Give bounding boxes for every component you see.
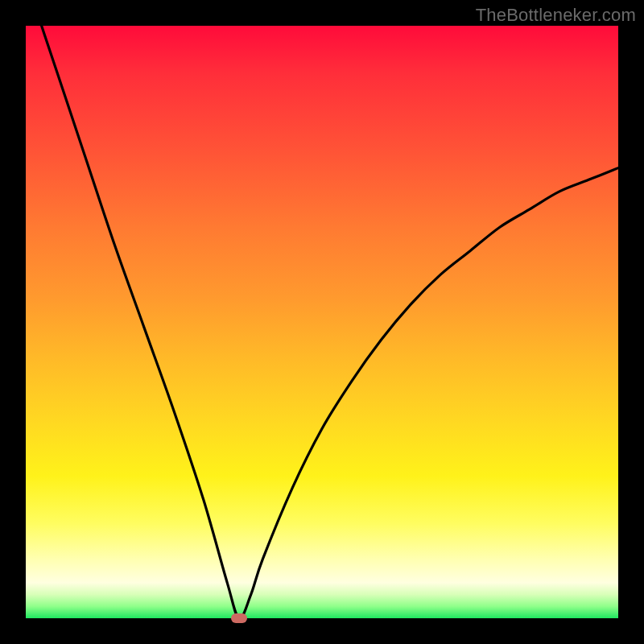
min-point-marker [231,613,247,623]
watermark-text: TheBottleneker.com [476,5,636,26]
bottleneck-curve [26,26,618,618]
curve-path [26,26,618,618]
chart-frame: TheBottleneker.com [0,0,644,644]
plot-area [26,26,618,618]
